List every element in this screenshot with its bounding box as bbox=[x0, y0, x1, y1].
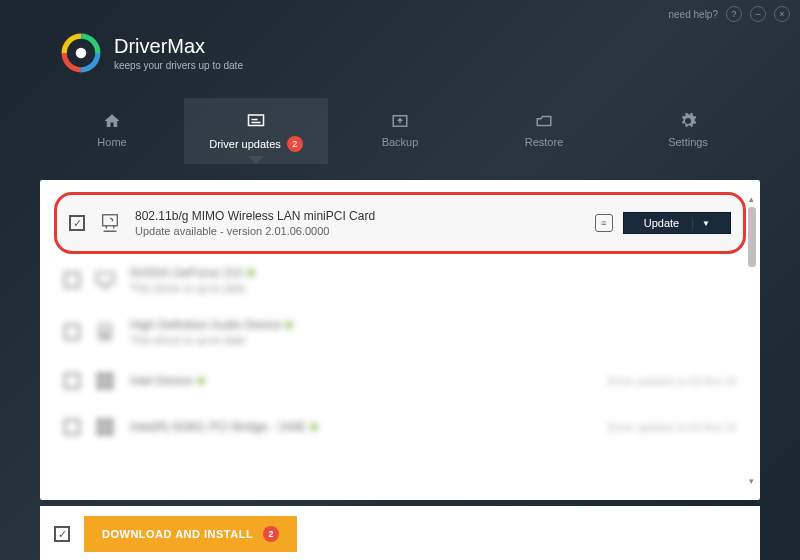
window-controls: need help? ? – × bbox=[669, 6, 791, 22]
nav-backup[interactable]: Backup bbox=[328, 98, 472, 164]
driver-name: 802.11b/g MIMO Wireless LAN miniPCI Card bbox=[135, 209, 581, 223]
driver-list: ✓ 802.11b/g MIMO Wireless LAN miniPCI Ca… bbox=[40, 180, 760, 500]
driver-status: This driver is up-to-date bbox=[130, 334, 736, 346]
svg-rect-16 bbox=[97, 382, 104, 389]
windows-icon bbox=[94, 416, 116, 438]
driver-updated-text: Driver updated on 03-Nov-16 bbox=[607, 376, 736, 387]
scrollbar[interactable]: ▴ ▾ bbox=[746, 194, 758, 486]
backup-icon bbox=[391, 112, 409, 130]
svg-point-13 bbox=[102, 331, 108, 337]
svg-rect-18 bbox=[97, 419, 104, 426]
svg-rect-20 bbox=[97, 428, 104, 435]
nav-driver-updates[interactable]: Driver updates2 bbox=[184, 98, 328, 164]
bottom-bar: ✓ DOWNLOAD AND INSTALL 2 bbox=[40, 506, 760, 560]
driver-status: This driver is up-to-date bbox=[130, 282, 736, 294]
status-dot-icon bbox=[247, 269, 255, 277]
driver-updated-text: Driver updated on 03-Nov-16 bbox=[607, 422, 736, 433]
scrollbar-thumb[interactable] bbox=[748, 207, 756, 267]
restore-icon bbox=[535, 112, 553, 130]
nav-label: Settings bbox=[668, 136, 708, 148]
home-icon bbox=[103, 112, 121, 130]
app-logo-icon bbox=[60, 32, 102, 74]
driver-status: Update available - version 2.01.06.0000 bbox=[135, 225, 581, 237]
nav-settings[interactable]: Settings bbox=[616, 98, 760, 164]
network-card-icon bbox=[99, 212, 121, 234]
driver-row: NVIDIA GeForce 210 This driver is up-to-… bbox=[54, 254, 746, 306]
nav-label: Restore bbox=[525, 136, 564, 148]
details-icon[interactable]: ≡ bbox=[595, 214, 613, 232]
chevron-down-icon: ▼ bbox=[702, 219, 710, 228]
nav-label: Driver updates2 bbox=[209, 136, 303, 152]
svg-rect-19 bbox=[106, 419, 113, 426]
app-tagline: keeps your drivers up to date bbox=[114, 60, 243, 71]
windows-icon bbox=[94, 370, 116, 392]
status-dot-icon bbox=[285, 321, 293, 329]
updates-icon bbox=[247, 112, 265, 130]
driver-checkbox[interactable] bbox=[64, 272, 80, 288]
close-button[interactable]: × bbox=[774, 6, 790, 22]
updates-badge: 2 bbox=[287, 136, 303, 152]
svg-rect-21 bbox=[106, 428, 113, 435]
gear-icon bbox=[679, 112, 697, 130]
scroll-down-icon[interactable]: ▾ bbox=[746, 476, 756, 486]
nav-home[interactable]: Home bbox=[40, 98, 184, 164]
driver-checkbox[interactable] bbox=[64, 324, 80, 340]
app-name: DriverMax bbox=[114, 35, 243, 58]
update-button[interactable]: Update | ▼ bbox=[623, 212, 731, 234]
help-icon[interactable]: ? bbox=[726, 6, 742, 22]
status-dot-icon bbox=[310, 423, 318, 431]
driver-name: Intel Device bbox=[130, 374, 593, 388]
nav-label: Backup bbox=[382, 136, 419, 148]
main-nav: Home Driver updates2 Backup Restore Sett… bbox=[0, 98, 800, 164]
driver-row-highlighted: ✓ 802.11b/g MIMO Wireless LAN miniPCI Ca… bbox=[54, 192, 746, 254]
driver-row: Intel(R) 82801 PCI Bridge - 244E Driver … bbox=[54, 404, 746, 450]
svg-rect-17 bbox=[106, 382, 113, 389]
help-link[interactable]: need help? bbox=[669, 9, 719, 20]
svg-rect-15 bbox=[106, 373, 113, 380]
driver-checkbox[interactable] bbox=[64, 419, 80, 435]
nav-label: Home bbox=[97, 136, 126, 148]
download-install-button[interactable]: DOWNLOAD AND INSTALL 2 bbox=[84, 516, 297, 552]
driver-name: NVIDIA GeForce 210 bbox=[130, 266, 736, 280]
driver-row: Intel Device Driver updated on 03-Nov-16 bbox=[54, 358, 746, 404]
nav-restore[interactable]: Restore bbox=[472, 98, 616, 164]
select-all-checkbox[interactable]: ✓ bbox=[54, 526, 70, 542]
minimize-button[interactable]: – bbox=[750, 6, 766, 22]
svg-point-4 bbox=[76, 48, 87, 59]
scroll-up-icon[interactable]: ▴ bbox=[746, 194, 756, 204]
driver-row: High Definition Audio Device This driver… bbox=[54, 306, 746, 358]
driver-name: Intel(R) 82801 PCI Bridge - 244E bbox=[130, 420, 593, 434]
monitor-icon bbox=[94, 269, 116, 291]
download-badge: 2 bbox=[263, 526, 279, 542]
svg-rect-10 bbox=[97, 273, 114, 284]
driver-checkbox[interactable]: ✓ bbox=[69, 215, 85, 231]
driver-name: High Definition Audio Device bbox=[130, 318, 736, 332]
svg-rect-9 bbox=[103, 215, 118, 226]
status-dot-icon bbox=[197, 377, 205, 385]
audio-icon bbox=[94, 321, 116, 343]
svg-rect-14 bbox=[97, 373, 104, 380]
driver-checkbox[interactable] bbox=[64, 373, 80, 389]
